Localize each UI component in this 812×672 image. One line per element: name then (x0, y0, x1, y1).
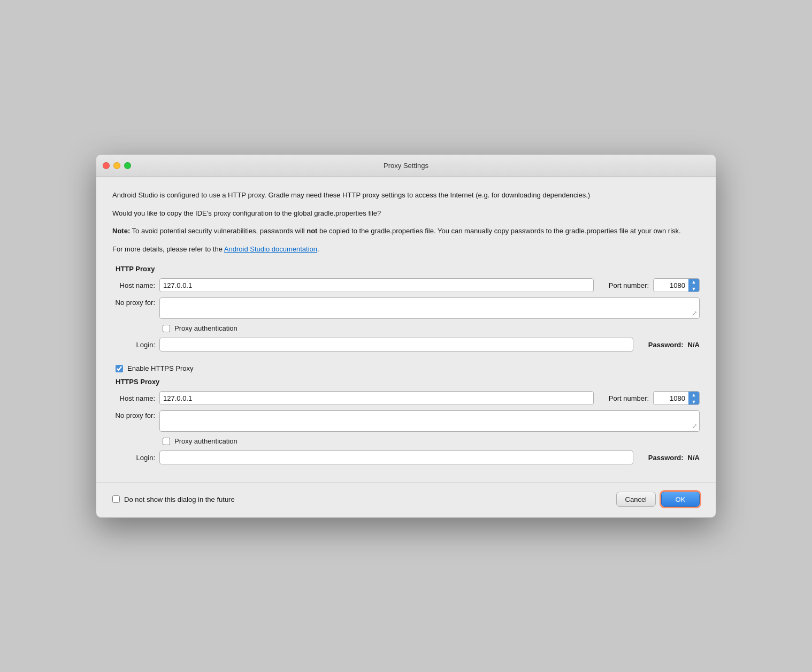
footer-buttons: Cancel OK (616, 492, 700, 507)
https-port-input-wrapper: ▲ ▼ (653, 391, 700, 405)
http-port-spinner[interactable]: ▲ ▼ (688, 278, 699, 292)
http-auth-label: Proxy authentication (174, 324, 238, 332)
https-port-down[interactable]: ▼ (688, 398, 699, 405)
https-password-group: Password: N/A (648, 454, 700, 462)
traffic-lights (103, 162, 131, 169)
note-body: To avoid potential security vulnerabilit… (130, 227, 307, 235)
https-host-label: Host name: (112, 394, 155, 402)
info-line1: Android Studio is configured to use a HT… (112, 190, 700, 201)
http-proxy-section: HTTP Proxy Host name: Port number: ▲ ▼ (112, 265, 700, 352)
details-text: For more details, please refer to the An… (112, 244, 700, 255)
https-host-port-row: Host name: Port number: ▲ ▼ (112, 391, 700, 405)
http-no-proxy-label: No proxy for: (112, 297, 155, 307)
https-port-up[interactable]: ▲ (688, 391, 699, 398)
https-auth-checkbox[interactable] (163, 438, 170, 445)
http-no-proxy-row: No proxy for: ⤢ (112, 297, 700, 319)
details-suffix: . (317, 245, 319, 253)
http-port-input[interactable] (654, 279, 688, 292)
note-text: Note: To avoid potential security vulner… (112, 226, 700, 236)
note-bold-word: not (307, 227, 317, 235)
note-suffix: be copied to the gradle.properties file.… (317, 227, 680, 235)
enable-https-label: Enable HTTPS Proxy (127, 364, 194, 372)
https-no-proxy-input[interactable] (160, 411, 699, 431)
https-proxy-label: HTTPS Proxy (116, 378, 700, 386)
https-no-proxy-wrapper: ⤢ (159, 410, 700, 432)
https-password-value: N/A (688, 454, 700, 462)
window-title: Proxy Settings (384, 162, 428, 170)
maximize-button[interactable] (124, 162, 131, 169)
close-button[interactable] (103, 162, 110, 169)
main-content: Android Studio is configured to use a HT… (96, 177, 716, 483)
http-port-group: Port number: ▲ ▼ (609, 278, 700, 292)
https-login-label: Login: (112, 454, 155, 462)
proxy-settings-window: Proxy Settings Android Studio is configu… (96, 154, 716, 518)
https-login-input[interactable] (159, 450, 633, 464)
https-auth-row: Proxy authentication (163, 437, 700, 445)
footer: Do not show this dialog in the future Ca… (96, 483, 716, 517)
http-auth-row: Proxy authentication (163, 324, 700, 332)
http-login-input[interactable] (159, 338, 633, 352)
https-port-input[interactable] (654, 392, 688, 404)
enable-https-checkbox[interactable] (116, 365, 123, 372)
https-auth-label: Proxy authentication (174, 437, 238, 445)
http-host-label: Host name: (112, 281, 155, 289)
http-proxy-label: HTTP Proxy (116, 265, 700, 273)
https-no-proxy-row: No proxy for: ⤢ (112, 410, 700, 432)
note-bold-prefix: Note: (112, 227, 130, 235)
http-password-label: Password: (648, 341, 684, 349)
http-no-proxy-wrapper: ⤢ (159, 297, 700, 319)
expand-icon[interactable]: ⤢ (692, 310, 697, 317)
http-no-proxy-input[interactable] (160, 298, 699, 318)
https-port-group: Port number: ▲ ▼ (609, 391, 700, 405)
http-auth-checkbox[interactable] (163, 325, 170, 332)
http-port-input-wrapper: ▲ ▼ (653, 278, 700, 292)
https-proxy-section: HTTPS Proxy Host name: Port number: ▲ ▼ (112, 378, 700, 464)
http-password-value: N/A (688, 341, 700, 349)
https-password-label: Password: (648, 454, 684, 462)
https-login-row: Login: Password: N/A (112, 450, 700, 464)
footer-left: Do not show this dialog in the future (112, 495, 235, 503)
http-login-label: Login: (112, 341, 155, 349)
https-port-label: Port number: (609, 394, 649, 402)
http-login-row: Login: Password: N/A (112, 338, 700, 352)
details-prefix: For more details, please refer to the (112, 245, 224, 253)
titlebar: Proxy Settings (96, 155, 716, 177)
http-host-input[interactable] (159, 278, 594, 292)
http-password-group: Password: N/A (648, 341, 700, 349)
minimize-button[interactable] (113, 162, 120, 169)
http-port-up[interactable]: ▲ (688, 278, 699, 285)
http-port-label: Port number: (609, 281, 649, 289)
https-expand-icon[interactable]: ⤢ (692, 423, 697, 430)
android-studio-link[interactable]: Android Studio documentation (224, 245, 317, 253)
https-port-spinner[interactable]: ▲ ▼ (688, 391, 699, 405)
do-not-show-label: Do not show this dialog in the future (124, 495, 235, 503)
https-host-input[interactable] (159, 391, 594, 405)
http-host-port-row: Host name: Port number: ▲ ▼ (112, 278, 700, 292)
http-port-down[interactable]: ▼ (688, 285, 699, 292)
https-no-proxy-label: No proxy for: (112, 410, 155, 419)
do-not-show-checkbox[interactable] (112, 495, 120, 503)
cancel-button[interactable]: Cancel (616, 492, 656, 507)
enable-https-row: Enable HTTPS Proxy (116, 364, 700, 372)
ok-button[interactable]: OK (661, 492, 700, 507)
info-line2: Would you like to copy the IDE's proxy c… (112, 208, 700, 219)
